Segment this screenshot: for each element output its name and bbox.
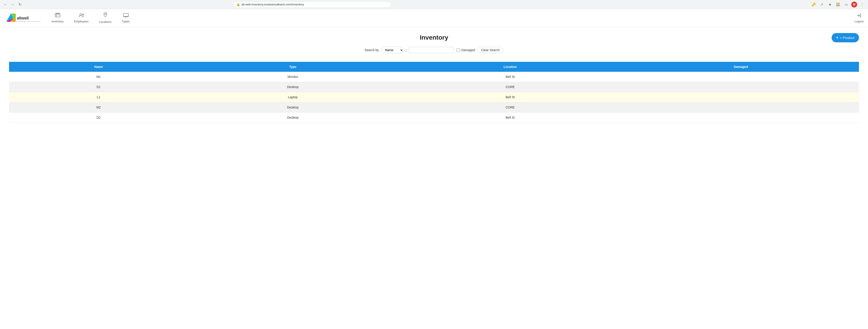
menu-icon-btn[interactable]: ⋮ [859,1,865,8]
cell-type: Desktop [188,82,397,92]
svg-text:allwell: allwell [17,16,29,20]
col-header-type: Type [188,62,397,72]
cell-location: CORE [397,102,623,112]
cell-name: D1 [9,82,188,92]
col-header-damaged: Damaged [623,62,859,72]
svg-point-11 [82,14,84,15]
extensions-icon-btn[interactable]: 🧮 [835,1,841,8]
search-row: Search by Name Type Location : Damaged C… [9,47,859,57]
col-header-name: Name [9,62,188,72]
allwell-logo: allwell BEHAVIORAL HEALTH SERVICES [4,11,41,25]
add-product-label: + Product [840,36,855,39]
clear-search-button[interactable]: Clear Search [477,47,503,53]
search-select[interactable]: Name Type Location [381,47,403,53]
employees-icon [79,13,84,19]
table-row: D2DesktopBell St [9,112,859,123]
cell-damaged [623,82,859,92]
lock-icon: 🔒 [237,3,240,6]
add-product-button[interactable]: + + Product [832,33,859,42]
nav-item-inventory[interactable]: Inventory [50,12,65,24]
search-by-label: Search by [365,48,379,52]
app-header: allwell BEHAVIORAL HEALTH SERVICES Inven… [0,9,868,27]
nav-bar: Inventory Employees Locations [50,11,131,24]
nav-label-employees: Employees [74,20,88,23]
cell-location: Bell St [397,72,623,82]
svg-point-10 [80,13,82,16]
table-row: L1LaptopBell St [9,92,859,102]
types-icon [123,13,129,19]
browser-chrome: ← → ↻ 🔒 all-well-inventory.mutasemalhari… [0,0,868,9]
nav-label-inventory: Inventory [52,20,64,23]
cell-location: CORE [397,82,623,92]
damaged-label-text: Damaged [461,48,475,52]
cell-name: M2 [9,102,188,112]
table-header-row: Name Type Location Damaged [9,62,859,72]
svg-rect-15 [125,17,127,17]
main-content: Inventory + + Product Search by Name Typ… [0,27,868,130]
cell-damaged [623,72,859,82]
url-text: all-well-inventory.mutasemalhariri.com/i… [241,3,304,6]
cell-location: Bell St [397,92,623,102]
search-input[interactable] [409,47,454,53]
logout-icon [857,13,861,19]
nav-label-locations: Locations [99,20,112,24]
locations-icon [103,12,107,19]
nav-label-types: Types [122,20,130,23]
back-button[interactable]: ← [3,2,8,7]
col-header-location: Location [397,62,623,72]
star-icon-btn[interactable]: ★ [827,1,833,8]
cell-type: Monitor [188,72,397,82]
search-colon: : [406,48,407,52]
inventory-icon [55,13,60,19]
page-title: Inventory [420,34,448,41]
cell-type: Laptop [188,92,397,102]
table-body: M1MonitorBell StD1DesktopCOREL1LaptopBel… [9,72,859,123]
cell-type: Desktop [188,112,397,123]
cell-name: M1 [9,72,188,82]
damaged-checkbox[interactable] [456,48,460,52]
svg-point-12 [105,13,106,15]
cell-damaged [623,102,859,112]
cell-name: L1 [9,92,188,102]
nav-item-employees[interactable]: Employees [72,12,90,24]
split-screen-btn[interactable]: ▭ [843,1,849,8]
table-header: Name Type Location Damaged [9,62,859,72]
svg-rect-7 [56,13,59,14]
cell-name: D2 [9,112,188,123]
address-bar[interactable]: 🔒 all-well-inventory.mutasemalhariri.com… [233,1,391,8]
reload-button[interactable]: ↻ [17,2,23,7]
page-title-row: Inventory + + Product [9,34,859,41]
logo-area: allwell BEHAVIORAL HEALTH SERVICES [4,11,41,25]
forward-button[interactable]: → [10,2,16,7]
logout-button[interactable]: Logout [855,13,864,23]
add-product-icon: + [836,35,839,40]
inventory-table: Name Type Location Damaged M1MonitorBell… [9,62,859,123]
share-icon-btn[interactable]: ↗ [819,1,825,8]
browser-toolbar: 🔑 ↗ ★ 🧮 ▭ M ⋮ [811,1,865,8]
damaged-filter-label[interactable]: Damaged [456,48,475,52]
nav-item-types[interactable]: Types [120,12,131,24]
cell-type: Desktop [188,102,397,112]
browser-avatar[interactable]: M [851,2,857,7]
svg-text:BEHAVIORAL HEALTH SERVICES: BEHAVIORAL HEALTH SERVICES [17,21,41,22]
nav-item-locations[interactable]: Locations [97,11,114,24]
svg-rect-6 [55,14,60,17]
logout-label: Logout [855,20,864,23]
table-row: M1MonitorBell St [9,72,859,82]
table-row: D1DesktopCORE [9,82,859,92]
cell-damaged [623,112,859,123]
key-icon-btn[interactable]: 🔑 [811,1,817,8]
table-row: M2DesktopCORE [9,102,859,112]
cell-location: Bell St [397,112,623,123]
cell-damaged [623,92,859,102]
